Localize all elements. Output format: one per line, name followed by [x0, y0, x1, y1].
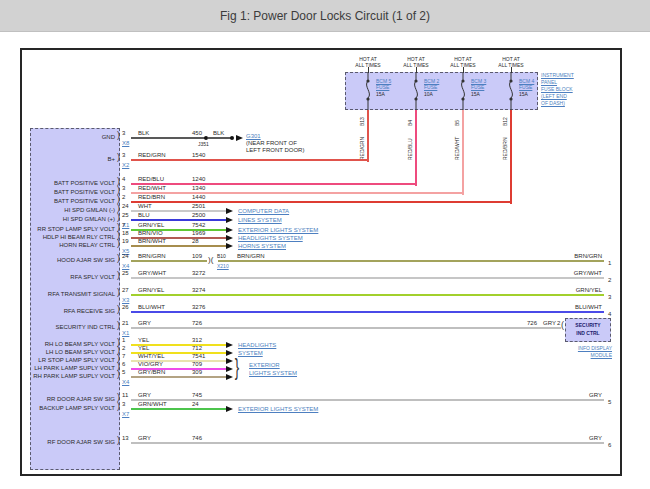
connector-link[interactable]: X1 [122, 330, 129, 337]
pin-number: 11 [122, 392, 128, 399]
connector-link[interactable]: X4 [122, 263, 129, 270]
ground-arrow-icon [236, 135, 243, 141]
module-pin-label: LH PARK LAMP SUPLY VOLT [28, 365, 115, 372]
wire-line [131, 277, 604, 279]
junction-dot [230, 136, 234, 140]
system-arrow-icon [226, 227, 233, 233]
wire-color-label: GRY/WHT [138, 270, 166, 277]
pin-number: 25 [122, 212, 129, 219]
circuit-number: 709 [192, 361, 202, 368]
fuse-name-line[interactable]: FUSE [424, 84, 437, 90]
system-link[interactable]: LINES SYSTEM [238, 217, 282, 224]
right-pin-number: 1 [608, 260, 611, 267]
circuit-number: 450 [192, 130, 202, 137]
pin-number: 3 [122, 152, 125, 159]
system-link[interactable]: LIGHTS SYSTEM [249, 370, 297, 377]
system-link[interactable]: SYSTEM [238, 350, 263, 357]
module-pin-label: GND [28, 134, 115, 141]
module-pin-label: RR STOP LAMP SPLY VOLT [28, 226, 115, 233]
fuse-pin-label: B4 [407, 111, 413, 126]
pin-number: 7 [122, 353, 125, 360]
system-link[interactable]: EXTERIOR [249, 362, 280, 369]
fuse-icon [362, 73, 374, 111]
pin-number: 2 [122, 194, 125, 201]
connector-link[interactable]: X3 [122, 297, 129, 304]
module-pin-label: HI SPD GMLAN (-) [28, 207, 115, 214]
system-link[interactable]: EXTERIOR LIGHTS SYSTEM [238, 406, 318, 413]
pin-bracket: ) [117, 271, 120, 280]
module-pin-label: RR DOOR AJAR SW SIG [28, 396, 115, 403]
system-link[interactable]: HORNS SYSTEM [238, 243, 286, 250]
wire-color-label: RED/GRN [138, 152, 166, 159]
fuse-block-note-line[interactable]: FUSE BLOCK [541, 86, 573, 92]
connector-link[interactable]: X7 [122, 411, 129, 418]
fuse-feed-wire [462, 110, 464, 195]
circuit-number: 2500 [192, 212, 205, 219]
wire-color-label: GRN/WHT [138, 401, 167, 408]
info-display-module-link[interactable]: MODULE [540, 352, 612, 358]
system-link[interactable]: HEADLIGHTS [238, 342, 276, 349]
module-pin-label: BACKUP LAMP SPLY VOLT [28, 405, 115, 412]
fuse-rating: 15A [376, 91, 385, 97]
fuse-block-note-line[interactable]: OF DASH) [541, 100, 565, 106]
pin-number: 6 [122, 361, 125, 368]
system-link[interactable]: COMPUTER DATA [238, 208, 289, 215]
wire-color-label: RED/WHT [138, 185, 166, 192]
fuse-rating: 15A [519, 91, 528, 97]
right-pin-number: 3 [608, 294, 611, 301]
fuse-block-note-line[interactable]: (LEFT END [541, 93, 567, 99]
junction-label: J351 [198, 141, 209, 147]
wire-color-label: YEL [138, 337, 149, 344]
wire-line [131, 219, 226, 221]
pin-bracket: ) [117, 239, 120, 248]
system-link[interactable]: EXTERIOR LIGHTS SYSTEM [238, 227, 318, 234]
circuit-number: 726 [527, 320, 537, 327]
module-pin-label: RFA RECEIVE SIG [28, 308, 115, 315]
pin-number: 26 [122, 304, 129, 311]
inline-connector-link[interactable]: X210 [217, 263, 229, 269]
fuse-name-line[interactable]: FUSE [519, 84, 532, 90]
fuse-feed-wire [510, 110, 512, 204]
connector-link[interactable]: X8 [122, 140, 129, 147]
wire-color-label: BRN/GRN [237, 253, 265, 260]
pin-bracket: ) [117, 153, 120, 162]
circuit-number: 28 [192, 238, 199, 245]
ground-link[interactable]: G301 [246, 133, 261, 140]
wire-line [131, 137, 206, 139]
wire-color-label: BRN/WHT [138, 238, 166, 245]
system-arrow-icon [226, 217, 233, 223]
security-box-line: SECURITY [565, 322, 611, 328]
right-wire-label: GRN/YEL [502, 287, 602, 294]
circuit-number: 745 [192, 392, 202, 399]
fuse-name-line[interactable]: FUSE [376, 84, 389, 90]
system-link[interactable]: HEADLIGHTS SYSTEM [238, 235, 303, 242]
wire-color-label: GRY [543, 320, 556, 327]
circuit-number: 7541 [192, 353, 205, 360]
module-pin-label: SECURITY IND CTRL [28, 324, 115, 331]
circuit-number: 1540 [192, 152, 205, 159]
connector-link[interactable]: X2 [122, 162, 129, 169]
circuit-number: 1969 [192, 230, 205, 237]
fuse-block-note-line[interactable]: INSTRUMENT [541, 72, 574, 78]
pin-bracket: ) [117, 321, 120, 330]
right-wire-label: GRY [502, 392, 602, 399]
system-arrow-icon [226, 374, 233, 380]
wire-line [131, 245, 226, 247]
fuse-block-note-line[interactable]: PANEL [541, 79, 557, 85]
module-pin-label: RF DOOR AJAR SW SIG [28, 439, 115, 446]
pin-number: 2 [557, 320, 560, 327]
wire-line [131, 294, 604, 296]
wire-line [131, 399, 604, 401]
info-display-module-link[interactable]: INFO DISPLAY [540, 345, 612, 351]
wire-line [131, 311, 604, 313]
module-pin-label: BATT POSITIVE VOLT [28, 198, 115, 205]
right-pin-number: 6 [608, 442, 611, 449]
fuse-icon [457, 73, 469, 111]
fuse-name-line[interactable]: FUSE [471, 84, 484, 90]
fuse-wire-label: RED/GRN [359, 127, 365, 160]
wire-color-label: GRN/YEL [138, 222, 164, 229]
connector-link[interactable]: X4 [122, 379, 129, 386]
module-pin-label: B+ [28, 156, 115, 163]
ground-location-line: LEFT FRONT DOOR) [246, 147, 304, 154]
wire-color-label: GRY [138, 320, 151, 327]
